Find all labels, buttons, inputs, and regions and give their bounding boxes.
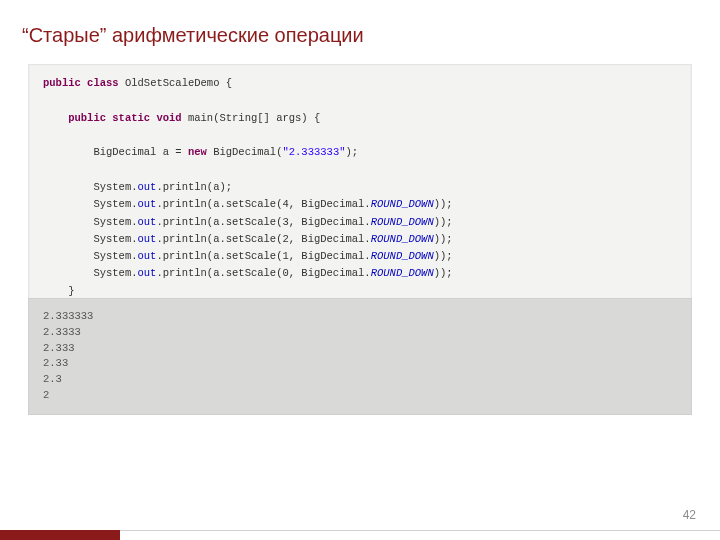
code-text: .println(a.setScale(4, BigDecimal. bbox=[156, 198, 370, 210]
code-text: .println(a.setScale(2, BigDecimal. bbox=[156, 233, 370, 245]
code-text: )); bbox=[434, 233, 453, 245]
code-const: ROUND_DOWN bbox=[371, 250, 434, 262]
code-field: out bbox=[138, 250, 157, 262]
code-field: out bbox=[138, 233, 157, 245]
code-text: System. bbox=[43, 198, 138, 210]
code-text: )); bbox=[434, 267, 453, 279]
code-kw: public class bbox=[43, 77, 119, 89]
slide-title: “Старые” арифметические операции bbox=[22, 24, 364, 47]
code-const: ROUND_DOWN bbox=[371, 233, 434, 245]
code-string: "2.333333" bbox=[282, 146, 345, 158]
code-text: )); bbox=[434, 198, 453, 210]
code-const: ROUND_DOWN bbox=[371, 198, 434, 210]
code-field: out bbox=[138, 267, 157, 279]
code-text: System. bbox=[43, 233, 138, 245]
code-text: BigDecimal a = bbox=[43, 146, 188, 158]
code-text: OldSetScaleDemo { bbox=[119, 77, 232, 89]
output-block: 2.333333 2.3333 2.333 2.33 2.3 2 bbox=[28, 298, 692, 415]
code-text: .println(a.setScale(0, BigDecimal. bbox=[156, 267, 370, 279]
code-text: .println(a.setScale(3, BigDecimal. bbox=[156, 216, 370, 228]
code-kw: new bbox=[188, 146, 207, 158]
code-field: out bbox=[138, 181, 157, 193]
code-text: System. bbox=[43, 267, 138, 279]
page-number: 42 bbox=[683, 508, 696, 522]
code-text: main(String[] args) { bbox=[182, 112, 321, 124]
code-text: System. bbox=[43, 181, 138, 193]
code-text: ); bbox=[345, 146, 358, 158]
code-field: out bbox=[138, 198, 157, 210]
code-field: out bbox=[138, 216, 157, 228]
code-const: ROUND_DOWN bbox=[371, 267, 434, 279]
code-text: .println(a.setScale(1, BigDecimal. bbox=[156, 250, 370, 262]
code-text: .println(a); bbox=[156, 181, 232, 193]
code-text: } bbox=[43, 285, 75, 297]
code-text: BigDecimal( bbox=[207, 146, 283, 158]
code-text: )); bbox=[434, 250, 453, 262]
code-text: )); bbox=[434, 216, 453, 228]
code-block: public class OldSetScaleDemo { public st… bbox=[28, 64, 692, 328]
code-const: ROUND_DOWN bbox=[371, 216, 434, 228]
code-text: System. bbox=[43, 250, 138, 262]
footer-bar bbox=[0, 530, 120, 540]
code-kw: public static void bbox=[43, 112, 182, 124]
code-text: System. bbox=[43, 216, 138, 228]
